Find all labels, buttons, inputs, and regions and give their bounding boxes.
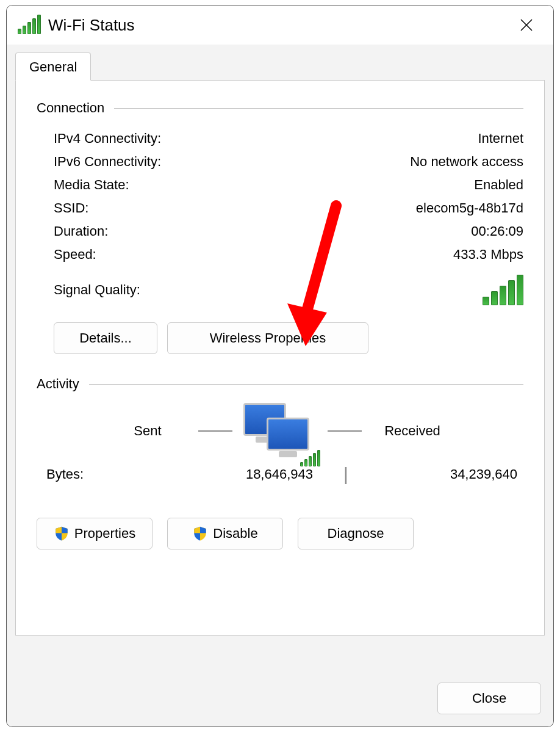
activity-heading: Activity bbox=[37, 376, 79, 392]
ipv6-value: No network access bbox=[410, 154, 523, 170]
wireless-properties-button[interactable]: Wireless Properties bbox=[167, 322, 368, 354]
signal-quality-label: Signal Quality: bbox=[54, 282, 140, 298]
section-header-connection: Connection bbox=[37, 100, 523, 116]
ssid-value: elecom5g-48b17d bbox=[416, 200, 523, 216]
sent-dash bbox=[198, 430, 232, 432]
window-title: Wi-Fi Status bbox=[48, 16, 135, 35]
sent-label: Sent bbox=[108, 423, 187, 439]
duration-label: Duration: bbox=[54, 223, 108, 239]
duration-value: 00:26:09 bbox=[471, 223, 523, 239]
bytes-separator: | bbox=[328, 464, 364, 485]
row-ssid: SSID: elecom5g-48b17d bbox=[37, 197, 523, 220]
media-state-value: Enabled bbox=[474, 177, 523, 193]
connection-buttons: Details... Wireless Properties bbox=[37, 322, 523, 354]
disable-button-label: Disable bbox=[213, 526, 257, 542]
details-button[interactable]: Details... bbox=[54, 322, 157, 354]
client-area: General Connection IPv4 Connectivity: In… bbox=[7, 45, 553, 727]
dialog-footer: Close bbox=[15, 673, 545, 718]
close-button[interactable]: Close bbox=[437, 683, 541, 714]
bytes-row: Bytes: 18,646,943 | 34,239,640 bbox=[37, 464, 523, 485]
bytes-sent-value: 18,646,943 bbox=[168, 466, 328, 482]
speed-value: 433.3 Mbps bbox=[453, 247, 523, 263]
uac-shield-icon bbox=[192, 526, 208, 542]
row-ipv6: IPv6 Connectivity: No network access bbox=[37, 150, 523, 173]
row-signal-quality: Signal Quality: bbox=[37, 266, 523, 308]
ipv4-label: IPv4 Connectivity: bbox=[54, 131, 161, 147]
row-ipv4: IPv4 Connectivity: Internet bbox=[37, 127, 523, 150]
network-monitors-icon bbox=[243, 403, 317, 459]
activity-graphic: Sent Received bbox=[37, 403, 523, 459]
activity-signal-icon bbox=[300, 448, 320, 466]
row-speed: Speed: 433.3 Mbps bbox=[37, 243, 523, 266]
section-header-activity: Activity bbox=[37, 376, 523, 392]
titlebar: Wi-Fi Status bbox=[7, 5, 553, 45]
bytes-received-value: 34,239,640 bbox=[364, 466, 523, 482]
signal-quality-icon bbox=[483, 275, 523, 305]
window-close-button[interactable] bbox=[507, 8, 546, 42]
disable-button[interactable]: Disable bbox=[167, 518, 283, 549]
tab-general[interactable]: General bbox=[15, 53, 91, 81]
media-state-label: Media State: bbox=[54, 177, 129, 193]
row-duration: Duration: 00:26:09 bbox=[37, 220, 523, 243]
wifi-status-dialog: Wi-Fi Status General Connection IPv4 Con… bbox=[6, 5, 554, 727]
ipv4-value: Internet bbox=[478, 131, 523, 147]
received-label: Received bbox=[373, 423, 452, 439]
activity-buttons: Properties Disable bbox=[37, 518, 523, 549]
wifi-signal-icon bbox=[18, 16, 41, 34]
tab-page-general: Connection IPv4 Connectivity: Internet I… bbox=[15, 80, 545, 636]
speed-label: Speed: bbox=[54, 247, 96, 263]
tab-host: General Connection IPv4 Connectivity: In… bbox=[15, 52, 545, 673]
row-media-state: Media State: Enabled bbox=[37, 173, 523, 197]
connection-heading: Connection bbox=[37, 100, 104, 116]
uac-shield-icon bbox=[54, 526, 70, 542]
ipv6-label: IPv6 Connectivity: bbox=[54, 154, 161, 170]
properties-button-label: Properties bbox=[74, 526, 135, 542]
properties-button[interactable]: Properties bbox=[37, 518, 153, 549]
received-dash bbox=[328, 430, 362, 432]
ssid-label: SSID: bbox=[54, 200, 88, 216]
close-icon bbox=[519, 18, 534, 32]
activity-section: Activity Sent bbox=[37, 376, 523, 549]
diagnose-button[interactable]: Diagnose bbox=[298, 518, 414, 549]
bytes-label: Bytes: bbox=[46, 466, 168, 482]
